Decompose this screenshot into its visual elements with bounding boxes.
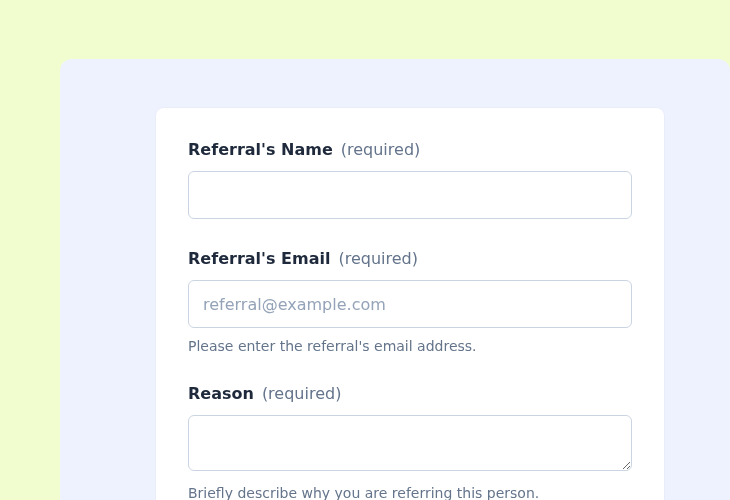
field-referral-name: Referral's Name (required) [188,140,632,219]
referral-email-help: Please enter the referral's email addres… [188,338,632,354]
label-row: Referral's Email (required) [188,249,632,268]
page-container: Referral's Name (required) Referral's Em… [60,59,730,500]
referral-name-input[interactable] [188,171,632,219]
field-reason: Reason (required) Briefly describe why y… [188,384,632,500]
reason-help: Briefly describe why you are referring t… [188,485,632,500]
reason-textarea[interactable] [188,415,632,471]
referral-email-input[interactable] [188,280,632,328]
field-referral-email: Referral's Email (required) Please enter… [188,249,632,354]
label-row: Reason (required) [188,384,632,403]
required-indicator: (required) [262,384,342,403]
referral-form-card: Referral's Name (required) Referral's Em… [156,108,664,500]
required-indicator: (required) [341,140,421,159]
reason-label: Reason [188,384,254,403]
required-indicator: (required) [338,249,418,268]
referral-name-label: Referral's Name [188,140,333,159]
label-row: Referral's Name (required) [188,140,632,159]
referral-email-label: Referral's Email [188,249,330,268]
